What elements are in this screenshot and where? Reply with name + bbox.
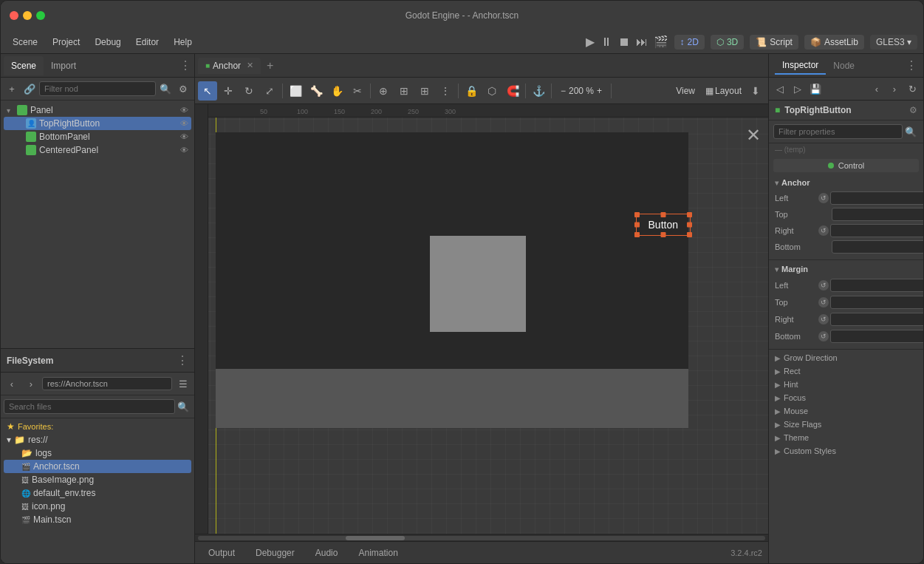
viewport-canvas[interactable]: 50 100 150 200 250 300 50 100 150 200 <box>195 104 768 534</box>
inspector-refresh[interactable]: ↻ <box>904 81 920 97</box>
scene-panel-menu[interactable]: ⋮ <box>179 58 191 72</box>
pan-tool-button[interactable]: ✋ <box>327 81 346 101</box>
inspector-save[interactable]: 💾 <box>807 81 824 97</box>
margin-section-header[interactable]: ▾ Margin <box>769 262 923 276</box>
filter-properties-search-icon[interactable]: 🔍 <box>903 123 919 140</box>
layout-button[interactable]: ▦ Layout <box>702 86 745 96</box>
snap-button[interactable]: ⊞ <box>394 81 414 101</box>
anchor-left-input[interactable] <box>830 191 923 205</box>
group-button[interactable]: ⬡ <box>482 81 502 101</box>
tab-animation[interactable]: Animation <box>351 545 405 561</box>
anchor-bottom-input[interactable] <box>832 240 923 254</box>
inspector-settings-icon[interactable]: ⚙ <box>909 105 917 115</box>
inspector-history-fwd[interactable]: ▷ <box>790 81 806 97</box>
rect-tool-button[interactable]: ⬜ <box>286 81 305 101</box>
fs-back-button[interactable]: ‹ <box>4 376 20 392</box>
anchor-section-header[interactable]: ▾ Anchor <box>769 175 923 190</box>
link-button[interactable]: 🔗 <box>21 81 38 97</box>
move-tool-button[interactable]: ✛ <box>219 81 238 101</box>
visibility-icon-panel[interactable]: 👁 <box>180 106 188 115</box>
grid-button[interactable]: ⊞ <box>415 81 434 101</box>
select-tool-button[interactable]: ↖ <box>198 81 217 101</box>
anchor-left-reset[interactable]: ↺ <box>818 193 829 203</box>
maximize-button[interactable] <box>36 11 45 20</box>
stop-button[interactable]: ⏹ <box>618 35 630 49</box>
grow-direction-row[interactable]: ▶ Grow Direction <box>769 351 923 364</box>
resize-handle-br[interactable] <box>687 232 692 237</box>
resize-handle-mr[interactable] <box>687 222 692 228</box>
fs-list-view-button[interactable]: ☰ <box>175 376 191 392</box>
scene-options-icon[interactable]: ⚙ <box>175 81 191 97</box>
fs-item-main-tscn[interactable]: 🎬 Main.tscn <box>4 513 191 526</box>
fs-item-icon-png[interactable]: 🖼 icon.png <box>4 500 191 513</box>
view-button[interactable]: View <box>670 86 701 96</box>
visibility-icon-bp[interactable]: 👁 <box>180 132 188 141</box>
margin-top-input[interactable] <box>830 296 923 309</box>
menu-editor[interactable]: Editor <box>130 34 165 50</box>
tree-item-bottompanel[interactable]: BottomPanel 👁 <box>4 130 191 143</box>
tab-node[interactable]: Node <box>826 58 862 74</box>
resize-handle-bl[interactable] <box>634 232 640 237</box>
tree-item-toprightbutton[interactable]: 👤 TopRightButton 👁 <box>4 117 191 130</box>
rotate-tool-button[interactable]: ↻ <box>239 81 259 101</box>
resize-handle-tl[interactable] <box>634 212 640 217</box>
menu-help[interactable]: Help <box>168 34 198 50</box>
margin-bottom-input[interactable] <box>830 330 923 343</box>
download-button[interactable]: ⬇ <box>746 81 765 101</box>
resize-handle-tm[interactable] <box>660 212 665 217</box>
size-flags-row[interactable]: ▶ Size Flags <box>769 418 923 431</box>
fs-search-input[interactable] <box>4 399 175 414</box>
zoom-in-button[interactable]: + <box>597 86 602 96</box>
filter-nodes-input[interactable] <box>39 81 156 96</box>
custom-styles-row[interactable]: ▶ Custom Styles <box>769 444 923 458</box>
inspector-menu[interactable]: ⋮ <box>906 58 917 72</box>
resize-handle-tr[interactable] <box>687 212 692 217</box>
script-button[interactable]: 📜 Script <box>750 35 798 50</box>
visibility-icon-cp[interactable]: 👁 <box>180 146 188 154</box>
tree-item-centeredpanel[interactable]: CenteredPanel 👁 <box>4 143 191 157</box>
close-tab-button[interactable]: ✕ <box>247 61 253 70</box>
anchor-tool-button[interactable]: ⚓ <box>529 81 548 101</box>
inspector-nav-next[interactable]: › <box>886 81 903 97</box>
pivot-button[interactable]: ⊕ <box>374 81 393 101</box>
resize-handle-bm[interactable] <box>660 232 665 237</box>
mode-3d-button[interactable]: ⬡ 3D <box>711 35 744 50</box>
fs-item-anchor-tscn[interactable]: 🎬 Anchor.tscn <box>4 460 191 473</box>
scale-tool-button[interactable]: ⤢ <box>260 81 279 101</box>
anchor-right-reset[interactable]: ↺ <box>818 225 829 236</box>
play-button[interactable]: ▶ <box>586 35 595 49</box>
fs-forward-button[interactable]: › <box>23 376 39 392</box>
gles-badge[interactable]: GLES3 ▾ <box>870 35 917 50</box>
margin-bottom-reset[interactable]: ↺ <box>818 331 829 342</box>
anchor-right-input[interactable] <box>830 224 923 237</box>
add-tab-button[interactable]: + <box>264 59 276 72</box>
margin-top-reset[interactable]: ↺ <box>818 297 829 308</box>
fs-item-baseimage[interactable]: 🖼 BaseImage.png <box>4 473 191 486</box>
more-options-button[interactable]: ⋮ <box>436 81 455 101</box>
fullscreen-button[interactable]: ✕ <box>746 125 761 146</box>
margin-right-reset[interactable]: ↺ <box>818 314 829 325</box>
fs-search-icon[interactable]: 🔍 <box>175 398 191 415</box>
fs-item-res[interactable]: ▾ 📁 res:// <box>4 433 191 446</box>
menu-project[interactable]: Project <box>47 34 86 50</box>
scrollbar-thumb[interactable] <box>346 536 405 540</box>
tab-output[interactable]: Output <box>201 545 242 561</box>
lock-button[interactable]: 🔒 <box>462 81 481 101</box>
rect-row[interactable]: ▶ Rect <box>769 364 923 378</box>
bone-tool-button[interactable]: 🦴 <box>307 81 326 101</box>
close-button[interactable] <box>10 11 18 20</box>
smart-snap-button[interactable]: 🧲 <box>503 81 522 101</box>
movie-button[interactable]: 🎬 <box>654 35 668 49</box>
search-icon[interactable]: 🔍 <box>157 81 174 97</box>
margin-left-input[interactable] <box>830 279 923 292</box>
viewport-tab-anchor[interactable]: ■ Anchor ✕ <box>198 58 261 74</box>
fs-item-favorites[interactable]: ★ Favorites: <box>4 420 191 433</box>
filesystem-menu[interactable]: ⋮ <box>177 353 188 367</box>
filter-properties-input[interactable] <box>773 124 903 139</box>
add-node-button[interactable]: + <box>4 81 20 97</box>
resize-handle-ml[interactable] <box>634 222 640 228</box>
theme-row[interactable]: ▶ Theme <box>769 431 923 444</box>
inspector-nav-prev[interactable]: ‹ <box>869 81 885 97</box>
fs-item-logs[interactable]: 📂 logs <box>4 446 191 460</box>
cut-tool-button[interactable]: ✂ <box>348 81 367 101</box>
